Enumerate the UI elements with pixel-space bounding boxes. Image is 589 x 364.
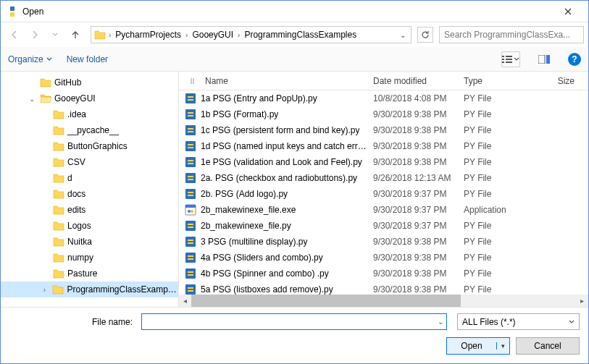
expander-icon[interactable] bbox=[40, 237, 50, 247]
expander-icon[interactable] bbox=[40, 157, 50, 167]
expander-icon[interactable] bbox=[40, 189, 50, 199]
file-type: PY File bbox=[458, 93, 538, 103]
tree-item[interactable]: Pasture bbox=[1, 266, 178, 282]
preview-pane-button[interactable] bbox=[535, 51, 554, 67]
view-mode-button[interactable] bbox=[501, 51, 520, 67]
file-row[interactable]: 3 PSG (multiline display).py9/30/2018 9:… bbox=[179, 234, 588, 250]
tree-item[interactable]: __pycache__ bbox=[1, 122, 178, 138]
file-row[interactable]: 2b_makewinexe_file.exe9/30/2018 9:37 PMA… bbox=[179, 202, 588, 218]
back-button[interactable] bbox=[5, 25, 24, 44]
expander-icon[interactable] bbox=[40, 268, 50, 279]
horizontal-scrollbar[interactable]: ◂ ▸ bbox=[179, 295, 588, 307]
filename-input[interactable] bbox=[142, 314, 433, 329]
file-row[interactable]: 2a. PSG (checkbox and radiobuttons).py9/… bbox=[179, 170, 588, 186]
tree-item[interactable]: ›ProgrammingClassExamples bbox=[1, 282, 178, 297]
file-row[interactable]: 1d PSG (named input keys and catch erro.… bbox=[179, 138, 588, 154]
tree-item-label: __pycache__ bbox=[67, 125, 119, 135]
breadcrumb-item[interactable]: ProgrammingClassExamples bbox=[243, 30, 358, 40]
file-row[interactable]: 1b PSG (Format).py9/30/2018 9:38 PMPY Fi… bbox=[179, 106, 588, 122]
file-type-filter[interactable]: ALL Files (*.*) bbox=[457, 313, 580, 330]
svg-rect-14 bbox=[546, 55, 550, 64]
file-list[interactable]: 1a PSG (Entry and PopUp).py10/8/2018 4:0… bbox=[179, 90, 588, 295]
filename-history-dropdown[interactable]: ⌄ bbox=[433, 314, 446, 329]
breadcrumb-item[interactable]: GooeyGUI bbox=[191, 30, 235, 40]
breadcrumb-separator[interactable]: › bbox=[236, 31, 241, 39]
expander-icon[interactable] bbox=[40, 125, 50, 135]
tree-item-label: docs bbox=[67, 189, 85, 199]
help-button[interactable]: ? bbox=[568, 53, 581, 66]
tree-item[interactable]: ⌄GooeyGUI bbox=[1, 90, 178, 106]
file-row[interactable]: 1e PSG (validation and Look and Feel).py… bbox=[179, 154, 588, 170]
file-date: 9/30/2018 9:38 PM bbox=[367, 268, 458, 279]
cancel-button[interactable]: Cancel bbox=[516, 337, 580, 355]
tree-item[interactable]: ButtonGraphics bbox=[1, 138, 178, 154]
tree-item[interactable]: CSV bbox=[1, 154, 178, 170]
column-size-header[interactable]: Size bbox=[538, 76, 588, 86]
file-row[interactable]: 1a PSG (Entry and PopUp).py10/8/2018 4:0… bbox=[179, 90, 588, 106]
refresh-button[interactable] bbox=[417, 27, 433, 43]
filter-label: ALL Files (*.*) bbox=[462, 317, 516, 327]
file-row[interactable]: 4a PSG (Sliders and combo).py9/30/2018 9… bbox=[179, 250, 588, 266]
tree-item[interactable]: .idea bbox=[1, 106, 178, 122]
expander-icon[interactable] bbox=[40, 173, 50, 183]
tree-item-label: d bbox=[67, 173, 72, 183]
breadcrumb-separator[interactable]: › bbox=[107, 31, 112, 39]
tree-item[interactable]: d bbox=[1, 170, 178, 186]
file-name: 1b PSG (Format).py bbox=[201, 109, 278, 119]
file-name: 1c PSG (persistent form and bind key).py bbox=[201, 125, 359, 135]
tree-item[interactable]: docs bbox=[1, 186, 178, 202]
column-date-header[interactable]: Date modified bbox=[367, 76, 458, 86]
tree-item-label: ProgrammingClassExamples bbox=[67, 284, 178, 295]
file-type: PY File bbox=[458, 173, 538, 183]
file-row[interactable]: 4b PSG (Spinner and combo) .py9/30/2018 … bbox=[179, 266, 588, 282]
expander-icon[interactable]: › bbox=[40, 284, 50, 295]
file-row[interactable]: 1c PSG (persistent form and bind key).py… bbox=[179, 122, 588, 138]
chevron-down-icon bbox=[52, 33, 58, 37]
py-file-icon bbox=[185, 93, 196, 104]
expander-icon[interactable] bbox=[40, 141, 50, 151]
search-input[interactable]: Search ProgrammingClassExa... bbox=[439, 26, 584, 43]
scroll-left-arrow[interactable]: ◂ bbox=[179, 295, 191, 307]
breadcrumb-path[interactable]: › PycharmProjects › GooeyGUI › Programmi… bbox=[91, 26, 412, 43]
tree-item[interactable]: GitHub bbox=[1, 75, 178, 90]
breadcrumb-separator[interactable]: › bbox=[184, 31, 189, 39]
svg-rect-16 bbox=[193, 78, 194, 84]
folder-icon bbox=[53, 236, 64, 247]
close-button[interactable] bbox=[554, 1, 582, 22]
file-row[interactable]: 2b_makewinexe_file.py9/30/2018 9:37 PMPY… bbox=[179, 218, 588, 234]
file-row[interactable]: 2b. PSG (Add logo).py9/30/2018 9:37 PMPY… bbox=[179, 186, 588, 202]
folder-icon bbox=[40, 93, 51, 104]
new-folder-button[interactable]: New folder bbox=[67, 54, 108, 64]
up-button[interactable] bbox=[66, 25, 85, 44]
column-type-header[interactable]: Type bbox=[458, 76, 538, 86]
file-date: 9/30/2018 9:38 PM bbox=[367, 237, 458, 247]
tree-item[interactable]: Logos bbox=[1, 218, 178, 234]
open-split-dropdown[interactable]: ▾ bbox=[496, 342, 509, 350]
column-name-header[interactable]: Name bbox=[179, 76, 367, 86]
file-type: PY File bbox=[458, 237, 538, 247]
path-history-dropdown[interactable]: ⌄ bbox=[398, 31, 408, 39]
scroll-right-arrow[interactable]: ▸ bbox=[576, 295, 588, 307]
filename-combobox[interactable]: ⌄ bbox=[141, 313, 447, 330]
expander-icon[interactable] bbox=[40, 253, 50, 263]
tree-item[interactable]: numpy bbox=[1, 250, 178, 266]
dialog-footer: File name: ⌄ ALL Files (*.*) Open ▾ Canc… bbox=[1, 307, 588, 363]
expander-icon[interactable] bbox=[27, 77, 37, 88]
svg-rect-10 bbox=[506, 59, 512, 60]
forward-button[interactable] bbox=[25, 25, 44, 44]
tree-item[interactable]: Nuitka bbox=[1, 234, 178, 250]
tree-item[interactable]: edits bbox=[1, 202, 178, 218]
expander-icon[interactable] bbox=[40, 205, 50, 215]
organize-button[interactable]: Organize bbox=[8, 54, 52, 64]
recent-dropdown[interactable] bbox=[46, 25, 64, 44]
expander-icon[interactable] bbox=[40, 109, 50, 119]
open-button[interactable]: Open ▾ bbox=[446, 337, 510, 355]
expander-icon[interactable] bbox=[40, 221, 50, 231]
folder-tree[interactable]: GitHub⌄GooeyGUI.idea__pycache__ButtonGra… bbox=[1, 72, 179, 307]
navigation-bar: › PycharmProjects › GooeyGUI › Programmi… bbox=[1, 22, 588, 47]
file-date: 9/30/2018 9:38 PM bbox=[367, 109, 458, 119]
breadcrumb-item[interactable]: PycharmProjects bbox=[114, 30, 183, 40]
file-row[interactable]: 5a PSG (listboxes add remove).py9/30/201… bbox=[179, 282, 588, 295]
expander-icon[interactable]: ⌄ bbox=[27, 93, 37, 103]
file-name: 4b PSG (Spinner and combo) .py bbox=[201, 268, 329, 279]
